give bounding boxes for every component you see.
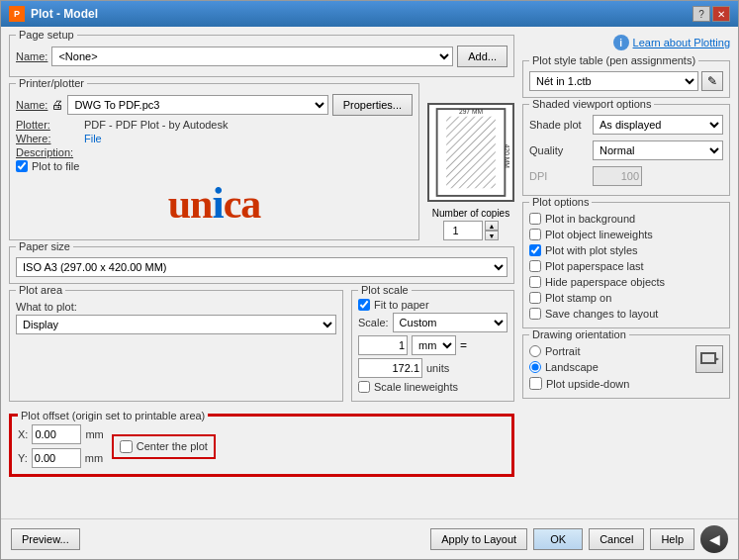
help-title-btn[interactable]: ? [693,6,710,22]
landscape-radio[interactable] [529,361,541,373]
quality-row: Quality Normal [529,140,723,160]
y-input[interactable] [32,448,81,468]
window-title: Plot - Model [31,7,98,21]
what-to-plot-select[interactable]: Display [16,315,336,334]
where-row: Where: File [16,133,413,144]
quality-select[interactable]: Normal [593,140,723,160]
description-label: Description: [16,146,80,158]
plot-to-file-row: Plot to file [16,160,413,172]
printer-icon: 🖨 [51,98,63,112]
svg-rect-3 [446,117,496,189]
portrait-radio[interactable] [529,345,541,357]
preview-button[interactable]: Preview... [11,528,80,550]
offset-xy: X: mm Y: mm [18,424,104,468]
y-unit-label: mm [85,452,103,464]
hide-paperspace-label: Hide paperspace objects [545,276,665,288]
cancel-button[interactable]: Cancel [589,528,644,550]
orientation-arrow-btn[interactable] [695,345,723,373]
plot-scale-title: Plot scale [358,284,412,296]
plot-bg-row: Plot in background [529,213,723,225]
save-changes-label: Save changes to layout [545,308,658,320]
scale-label: Scale: [358,317,389,328]
plot-paperspace-last-checkbox[interactable] [529,260,541,272]
scale-select[interactable]: Custom [393,313,508,332]
center-plot-checkbox[interactable] [120,440,133,453]
x-input[interactable] [32,424,81,444]
main-content: Page setup Name: <None> Add... Printer/p… [1,27,738,518]
scale-lineweights-checkbox[interactable] [358,381,370,393]
save-changes-checkbox[interactable] [529,308,541,320]
scale-lineweights-label: Scale lineweights [374,381,458,393]
name-label: Name: [16,50,47,62]
fit-to-paper-label: Fit to paper [374,299,429,311]
plot-scale-group: Plot scale Fit to paper Scale: Custom [351,290,514,402]
printer-plotter-title: Printer/plotter [16,77,87,89]
plot-bg-label: Plot in background [545,213,635,225]
name-select[interactable]: <None> [51,47,453,66]
apply-to-layout-button[interactable]: Apply to Layout [430,528,527,550]
plot-options-list: Plot in background Plot object lineweigh… [529,213,723,322]
equals-sign: = [460,338,467,352]
unica-logo-area: unica [16,174,413,232]
learn-link[interactable]: Learn about Plotting [633,37,730,48]
dpi-label: DPI [529,170,589,182]
unit-select[interactable]: mm [412,335,456,355]
copies-down-btn[interactable]: ▼ [485,231,499,240]
main-window: P Plot - Model ? ✕ Page setup Name: <Non… [0,0,739,560]
printer-name-row: Name: 🖨 DWG To PDF.pc3 Properties... [16,94,413,116]
plotter-row: Plotter: PDF - PDF Plot - by Autodesk [16,119,413,131]
back-button[interactable]: ◀ [700,525,728,553]
properties-button[interactable]: Properties... [332,94,413,116]
scale-input1[interactable] [358,335,408,355]
copies-label: Number of copies [432,208,509,219]
x-unit-label: mm [85,428,103,440]
printer-name-select[interactable]: DWG To PDF.pc3 [67,95,327,115]
printer-select-row: 🖨 DWG To PDF.pc3 [51,95,327,115]
orientation-options: Portrait Landscape Plot upside-down [529,345,629,392]
plot-area-title: Plot area [16,284,65,296]
paper-size-select[interactable]: ISO A3 (297.00 x 420.00 MM) [16,257,508,277]
drawing-orientation-group: Drawing orientation Portrait Landscape [522,334,730,399]
copies-up-btn[interactable]: ▲ [485,221,499,231]
copies-input[interactable]: 1 [443,221,483,240]
close-btn[interactable]: ✕ [712,6,730,22]
orientation-content: Portrait Landscape Plot upside-down [529,345,723,392]
center-plot-area: Center the plot [112,434,216,459]
upside-down-row: Plot upside-down [529,377,629,390]
plot-with-styles-label: Plot with plot styles [545,244,638,256]
quality-label: Quality [529,144,589,156]
shade-plot-select[interactable]: As displayed [593,115,723,135]
unica-logo: unica [16,178,413,230]
description-row: Description: [16,146,413,158]
save-changes-row: Save changes to layout [529,308,723,320]
upside-down-label: Plot upside-down [546,378,629,390]
svg-marker-7 [715,357,719,361]
plot-style-select[interactable]: Nét in 1.ctb [529,71,698,91]
plot-style-table-group: Plot style table (pen assignments) Nét i… [522,60,730,98]
plot-paperspace-last-label: Plot paperspace last [545,260,644,272]
plot-bg-checkbox[interactable] [529,213,541,225]
plot-stamp-checkbox[interactable] [529,292,541,304]
svg-text:420 MM: 420 MM [504,144,510,169]
dpi-row: DPI [529,166,723,186]
bottom-right: Apply to Layout OK Cancel Help ◀ [430,525,728,553]
plot-obj-lineweights-row: Plot object lineweights [529,229,723,240]
y-offset-row: Y: mm [18,448,104,468]
hide-paperspace-checkbox[interactable] [529,276,541,288]
paper-size-title: Paper size [16,240,73,252]
center-plot-label: Center the plot [137,440,208,452]
scale-input2[interactable] [358,358,422,378]
landscape-row: Landscape [529,361,629,373]
plot-with-styles-checkbox[interactable] [529,244,541,256]
ok-button[interactable]: OK [533,528,583,550]
add-button[interactable]: Add... [457,46,508,67]
plot-to-file-checkbox[interactable] [16,160,28,172]
plot-obj-lineweights-checkbox[interactable] [529,229,541,240]
plot-style-edit-btn[interactable]: ✎ [701,71,723,91]
help-button[interactable]: Help [650,528,694,550]
plot-preview: 297 MM 420 MM [427,103,514,202]
plot-offset-group: Plot offset (origin set to printable are… [9,414,514,477]
fit-to-paper-checkbox[interactable] [358,299,370,311]
orientation-icon [699,349,719,369]
upside-down-checkbox[interactable] [529,377,542,390]
